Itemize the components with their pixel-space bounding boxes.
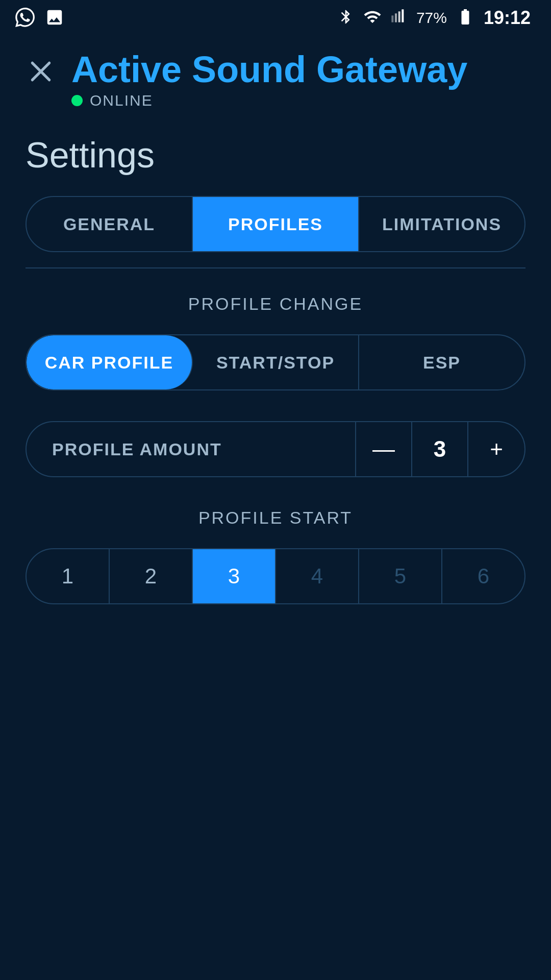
- battery-icon: [456, 8, 474, 28]
- profile-amount-row: PROFILE AMOUNT — 3 +: [26, 421, 525, 477]
- whatsapp-icon: [15, 8, 35, 31]
- profile-start-btn-2[interactable]: 2: [110, 549, 193, 603]
- online-label: ONLINE: [90, 92, 153, 109]
- profile-tab-esp[interactable]: ESP: [359, 335, 524, 389]
- profile-change-section: PROFILE CHANGE CAR PROFILE START/STOP ES…: [0, 294, 551, 604]
- header: Active Sound Gateway ONLINE: [0, 36, 551, 119]
- profile-start-row: 1 2 3 4 5 6: [26, 548, 525, 604]
- increment-button[interactable]: +: [468, 421, 524, 477]
- profile-change-label: PROFILE CHANGE: [26, 294, 525, 314]
- tab-profiles[interactable]: PROFILES: [193, 197, 359, 251]
- profile-start-btn-5[interactable]: 5: [359, 549, 442, 603]
- amount-value: 3: [412, 421, 468, 477]
- header-title-area: Active Sound Gateway ONLINE: [71, 51, 467, 109]
- tab-limitations[interactable]: LIMITATIONS: [359, 197, 524, 251]
- profile-amount-label: PROFILE AMOUNT: [27, 439, 355, 459]
- tabs-row: GENERAL PROFILES LIMITATIONS: [26, 196, 525, 252]
- close-button[interactable]: [26, 56, 56, 87]
- tab-general[interactable]: GENERAL: [27, 197, 193, 251]
- app-title: Active Sound Gateway: [71, 51, 467, 88]
- online-status-row: ONLINE: [71, 92, 467, 109]
- profile-tab-startstop[interactable]: START/STOP: [193, 335, 359, 389]
- wifi-icon: [363, 8, 382, 28]
- signal-icon: [391, 9, 407, 27]
- svg-rect-2: [398, 11, 400, 22]
- divider: [26, 267, 525, 268]
- svg-rect-3: [402, 9, 404, 22]
- profile-change-tabs: CAR PROFILE START/STOP ESP: [26, 334, 525, 390]
- profile-start-btn-3[interactable]: 3: [193, 549, 276, 603]
- profile-start-btn-4[interactable]: 4: [276, 549, 359, 603]
- svg-rect-1: [395, 13, 397, 22]
- profile-start-btn-6[interactable]: 6: [442, 549, 524, 603]
- status-bar-left-icons: [15, 8, 64, 31]
- decrement-button[interactable]: —: [356, 421, 412, 477]
- bluetooth-icon: [338, 9, 354, 27]
- battery-percent: 77%: [416, 9, 447, 27]
- online-dot: [71, 95, 83, 106]
- settings-title: Settings: [0, 119, 551, 196]
- main-tabs: GENERAL PROFILES LIMITATIONS: [0, 196, 551, 252]
- gallery-icon: [45, 8, 64, 31]
- profile-start-label: PROFILE START: [26, 508, 525, 528]
- status-bar: 77% 19:12: [0, 0, 551, 36]
- profile-amount-controls: — 3 +: [355, 421, 524, 477]
- profile-start-btn-1[interactable]: 1: [27, 549, 110, 603]
- svg-rect-0: [391, 15, 393, 22]
- status-time: 19:12: [484, 7, 531, 29]
- profile-tab-car[interactable]: CAR PROFILE: [27, 335, 193, 389]
- status-bar-right-icons: 77% 19:12: [338, 7, 531, 29]
